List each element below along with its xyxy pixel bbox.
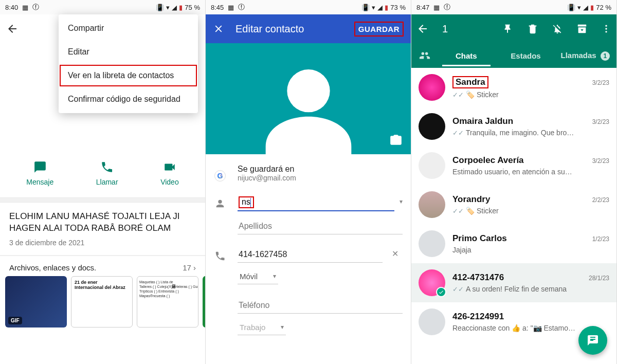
account-row: G Se guardará en nijucv@gmail.com [214, 159, 403, 187]
phone-number-input[interactable]: 414-1627458 [238, 245, 383, 263]
tab-chats[interactable]: Chats [438, 45, 495, 66]
chat-preview: ✓✓ A su orden! Feliz fin de semana [452, 285, 609, 293]
action-mensaje[interactable]: Mensaje [26, 160, 53, 186]
back-icon[interactable] [416, 23, 429, 35]
action-mensaje-label: Mensaje [26, 178, 53, 186]
read-ticks-icon: ✓✓ [452, 129, 464, 137]
contact-actions: Mensaje Llamar Video [0, 151, 205, 197]
camera-icon[interactable] [389, 134, 403, 147]
signal-icon: ◢ [172, 4, 177, 11]
image-icon: ▦ [228, 4, 234, 11]
battery-pct: 72 % [596, 4, 611, 11]
menu-compartir[interactable]: Compartir [59, 16, 198, 40]
read-ticks-icon: ✓✓ [452, 207, 464, 215]
signal-icon: ◢ [377, 4, 383, 11]
phone2-input[interactable] [238, 296, 403, 314]
contact-photo-area[interactable] [206, 43, 411, 154]
chat-name: Yorandry [452, 194, 490, 205]
status-time: 8:40 [5, 4, 18, 11]
image-icon: ▦ [22, 4, 28, 11]
chat-preview: Jajaja [452, 246, 609, 254]
chat-avatar[interactable] [419, 152, 445, 179]
close-icon[interactable] [213, 23, 224, 34]
tab-estados[interactable]: Estados [498, 45, 554, 66]
chat-row[interactable]: Omaira Jaldun 3/2/23 ✓✓ Tranquila, me im… [411, 107, 616, 146]
signal-icon: ◢ [583, 4, 588, 11]
chat-row[interactable]: Corpoelec Avería 3/2/23 Estimado usuario… [411, 146, 616, 185]
chat-name: Corpoelec Avería [452, 155, 524, 166]
tab-llamadas[interactable]: Llamadas 1 [557, 45, 613, 67]
chat-avatar[interactable] [419, 113, 445, 140]
clear-phone-icon[interactable]: ✕ [388, 245, 403, 263]
about-text: ELOHIM LANU MAHASÉ TOJALTI LEJA JI HAGEN… [9, 211, 196, 234]
chat-avatar[interactable] [419, 269, 445, 296]
chat-avatar[interactable] [419, 191, 445, 218]
battery-pct: 75 % [185, 4, 200, 11]
appbar-title: Editar contacto [235, 23, 343, 35]
media-thumbnails: GIF [0, 276, 205, 333]
menu-editar[interactable]: Editar [59, 40, 198, 64]
phone-type-select[interactable]: Móvil▾ [238, 268, 278, 284]
vibrate-icon: 📳 [361, 4, 370, 11]
action-video[interactable]: Video [160, 160, 179, 186]
facebook-icon: ⓕ [32, 3, 39, 12]
chat-preview: ✓✓🏷️ Sticker [452, 207, 609, 215]
action-llamar[interactable]: Llamar [96, 160, 118, 186]
chat-date: 1/2/23 [592, 235, 609, 243]
pin-icon[interactable] [502, 23, 514, 34]
media-thumb[interactable] [137, 276, 198, 327]
svg-point-0 [287, 69, 330, 112]
delete-icon[interactable] [527, 23, 538, 34]
community-tab-icon[interactable] [414, 50, 435, 61]
video-icon [163, 160, 176, 174]
account-email: nijucv@gmail.com [238, 174, 403, 182]
firstname-input[interactable]: ns [239, 196, 254, 208]
phone-type-label: Móvil [240, 272, 258, 281]
battery-icon: ▮ [385, 4, 388, 11]
save-button[interactable]: GUARDAR [354, 22, 404, 37]
back-icon[interactable] [6, 23, 19, 35]
phone2-type-select[interactable]: Trabajo▾ [238, 319, 286, 335]
chat-preview: ✓✓ Tranquila, me imagino. Que bro… [452, 129, 609, 137]
chat-avatar[interactable] [419, 230, 445, 257]
wifi-icon: ▾ [577, 4, 581, 11]
menu-ver-contactos[interactable]: Ver en la libreta de contactos [59, 64, 198, 87]
lastname-input[interactable] [238, 216, 403, 234]
mute-icon[interactable] [552, 23, 563, 34]
selected-check-icon [436, 287, 446, 297]
expand-name-icon[interactable]: ▾ [400, 198, 403, 205]
chat-preview: Estimado usuario, en atención a su… [452, 168, 609, 176]
chat-date: 2/2/23 [592, 196, 609, 204]
about-section[interactable]: ELOHIM LANU MAHASÉ TOJALTI LEJA JI HAGEN… [0, 203, 205, 255]
chat-icon [587, 334, 599, 347]
chat-name: Sandra [452, 76, 488, 88]
media-label: Archivos, enlaces y docs. [9, 263, 96, 272]
about-date: 3 de diciembre de 2021 [9, 239, 196, 247]
image-icon: ▦ [433, 4, 440, 11]
media-count: 17 › [183, 263, 196, 272]
chat-name: 412-4731476 [452, 272, 504, 283]
battery-icon: ▮ [590, 4, 594, 11]
more-icon[interactable] [601, 24, 611, 34]
new-chat-fab[interactable] [578, 326, 607, 355]
media-thumb[interactable]: GIF [5, 276, 67, 327]
action-llamar-label: Llamar [96, 178, 118, 186]
avatar-placeholder-icon [257, 57, 360, 159]
media-links-row[interactable]: Archivos, enlaces y docs. 17 › [0, 256, 205, 276]
chat-row[interactable]: Primo Carlos 1/2/23 Jajaja [411, 224, 616, 263]
phone-row: 414-1627458 ✕ Móvil▾ Trabajo▾ [214, 240, 403, 340]
phone2-type-label: Trabajo [240, 323, 265, 332]
chat-name: Omaira Jaldun [452, 116, 513, 126]
media-thumb[interactable] [71, 276, 133, 327]
chat-date: 3/2/23 [592, 157, 609, 165]
chat-avatar[interactable] [419, 308, 445, 335]
chat-row[interactable]: Yorandry 2/2/23 ✓✓🏷️ Sticker [411, 185, 616, 224]
menu-confirmar-codigo[interactable]: Confirmar código de seguridad [59, 87, 198, 111]
chat-avatar[interactable] [419, 74, 445, 101]
sticker-icon: 🏷️ [466, 90, 475, 99]
chat-row[interactable]: Sandra 3/2/23 ✓✓🏷️ Sticker [411, 68, 616, 107]
archive-icon[interactable] [576, 23, 588, 34]
chat-name: 426-2124991 [452, 312, 504, 322]
chat-row[interactable]: 412-4731476 28/1/23 ✓✓ A su orden! Feliz… [411, 263, 616, 302]
read-ticks-icon: ✓✓ [452, 285, 464, 293]
